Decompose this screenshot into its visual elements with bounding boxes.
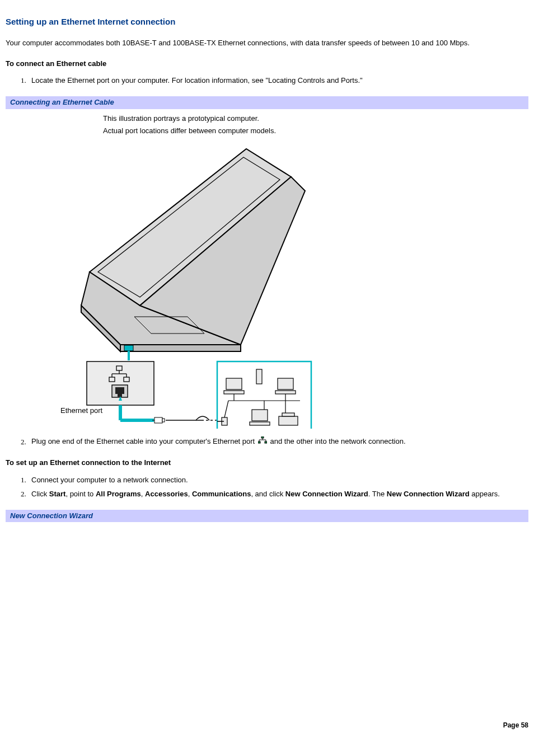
svg-rect-18	[115, 387, 124, 394]
step-2-text-b: and the other into the network connectio…	[270, 438, 405, 446]
svg-rect-40	[279, 416, 298, 425]
label-ethernet-cable-1: Ethernet	[150, 428, 178, 429]
figure-connecting-ethernet: This illustration portrays a prototypica…	[56, 114, 313, 429]
ethernet-illustration: Ethernet port Ethernet cable	[56, 138, 313, 429]
svg-rect-7	[124, 345, 133, 351]
step-2-wizard: Click Start, point to All Programs, Acce…	[28, 489, 528, 500]
subheading-setup-connection: To set up an Ethernet connection to the …	[6, 458, 528, 468]
figure-banner-wizard: New Connection Wizard	[6, 510, 528, 523]
svg-rect-38	[252, 410, 268, 421]
step-1-locate: Locate the Ethernet port on your compute…	[28, 76, 528, 86]
label-ethernet-port: Ethernet port	[60, 406, 103, 415]
figure-caption-line-1: This illustration portrays a prototypica…	[103, 114, 313, 124]
page-title: Setting up an Ethernet Internet connecti…	[6, 16, 528, 28]
svg-rect-34	[278, 378, 293, 389]
svg-rect-23	[154, 417, 162, 423]
svg-rect-35	[275, 391, 296, 394]
svg-rect-24	[162, 419, 165, 422]
intro-paragraph: Your computer accommodates both 10BASE-T…	[6, 38, 528, 49]
svg-rect-46	[261, 436, 264, 438]
svg-marker-6	[120, 345, 241, 351]
page-number: Page 58	[503, 721, 528, 730]
svg-rect-31	[226, 378, 242, 389]
step-2-text-a: Plug one end of the Ethernet cable into …	[31, 438, 257, 446]
figure-banner-connecting: Connecting an Ethernet Cable	[6, 96, 528, 109]
subheading-connect-cable: To connect an Ethernet cable	[6, 59, 528, 69]
svg-rect-39	[250, 422, 270, 425]
step-2-plug: Plug one end of the Ethernet cable into …	[28, 436, 528, 448]
svg-rect-51	[258, 442, 260, 443]
svg-rect-41	[282, 413, 294, 416]
svg-rect-19	[118, 394, 122, 397]
svg-rect-30	[256, 369, 262, 384]
svg-rect-52	[265, 442, 267, 443]
figure-caption-line-2: Actual port locations differ between com…	[103, 126, 313, 136]
ethernet-port-icon	[258, 436, 267, 448]
svg-rect-32	[224, 391, 244, 394]
step-1-connect: Connect your computer to a network conne…	[28, 475, 528, 486]
